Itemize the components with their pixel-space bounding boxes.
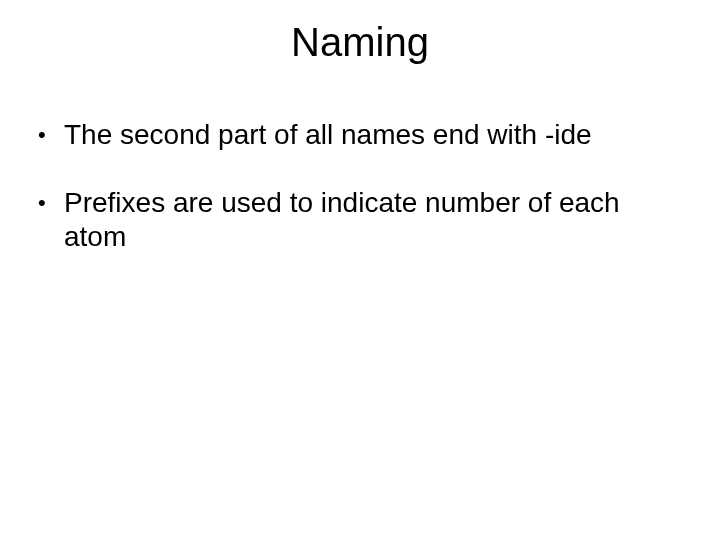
slide-title: Naming bbox=[0, 20, 720, 65]
bullet-item: • Prefixes are used to indicate number o… bbox=[38, 186, 682, 253]
bullet-icon: • bbox=[38, 186, 64, 220]
bullet-text: The second part of all names end with -i… bbox=[64, 118, 682, 152]
bullet-item: • The second part of all names end with … bbox=[38, 118, 682, 152]
bullet-text: Prefixes are used to indicate number of … bbox=[64, 186, 682, 253]
slide: Naming • The second part of all names en… bbox=[0, 0, 720, 540]
bullet-icon: • bbox=[38, 118, 64, 152]
slide-body: • The second part of all names end with … bbox=[38, 118, 682, 287]
